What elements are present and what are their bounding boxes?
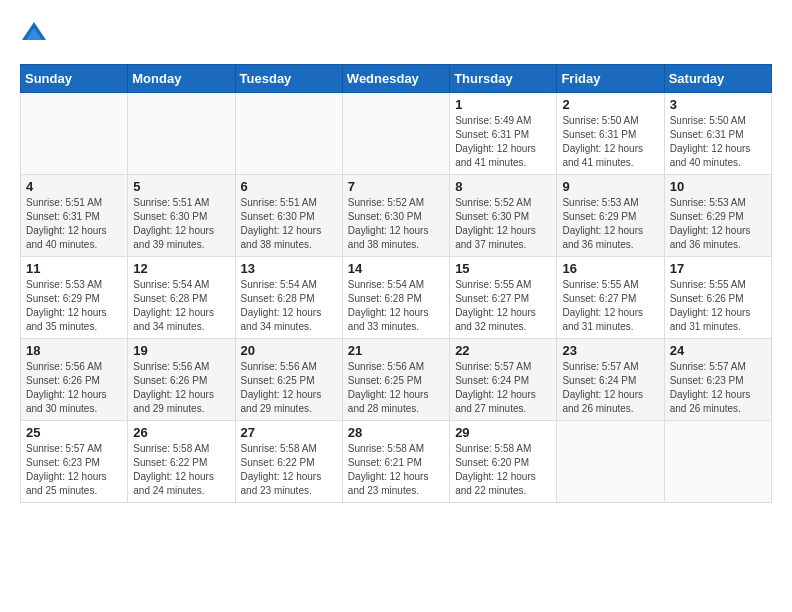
day-info: Sunrise: 5:49 AM Sunset: 6:31 PM Dayligh…: [455, 114, 551, 170]
calendar-week-row: 4Sunrise: 5:51 AM Sunset: 6:31 PM Daylig…: [21, 175, 772, 257]
day-number: 17: [670, 261, 766, 276]
day-info: Sunrise: 5:54 AM Sunset: 6:28 PM Dayligh…: [133, 278, 229, 334]
day-info: Sunrise: 5:58 AM Sunset: 6:22 PM Dayligh…: [133, 442, 229, 498]
day-info: Sunrise: 5:56 AM Sunset: 6:25 PM Dayligh…: [348, 360, 444, 416]
calendar-cell: 29Sunrise: 5:58 AM Sunset: 6:20 PM Dayli…: [450, 421, 557, 503]
day-info: Sunrise: 5:50 AM Sunset: 6:31 PM Dayligh…: [670, 114, 766, 170]
day-number: 3: [670, 97, 766, 112]
day-info: Sunrise: 5:55 AM Sunset: 6:27 PM Dayligh…: [455, 278, 551, 334]
calendar-cell: 2Sunrise: 5:50 AM Sunset: 6:31 PM Daylig…: [557, 93, 664, 175]
page-header: [20, 20, 772, 48]
day-info: Sunrise: 5:58 AM Sunset: 6:22 PM Dayligh…: [241, 442, 337, 498]
calendar-week-row: 11Sunrise: 5:53 AM Sunset: 6:29 PM Dayli…: [21, 257, 772, 339]
calendar-cell: 25Sunrise: 5:57 AM Sunset: 6:23 PM Dayli…: [21, 421, 128, 503]
day-info: Sunrise: 5:58 AM Sunset: 6:20 PM Dayligh…: [455, 442, 551, 498]
day-header-thursday: Thursday: [450, 65, 557, 93]
day-number: 14: [348, 261, 444, 276]
day-info: Sunrise: 5:58 AM Sunset: 6:21 PM Dayligh…: [348, 442, 444, 498]
day-info: Sunrise: 5:53 AM Sunset: 6:29 PM Dayligh…: [26, 278, 122, 334]
day-number: 4: [26, 179, 122, 194]
calendar-cell: 1Sunrise: 5:49 AM Sunset: 6:31 PM Daylig…: [450, 93, 557, 175]
calendar-cell: 12Sunrise: 5:54 AM Sunset: 6:28 PM Dayli…: [128, 257, 235, 339]
calendar-cell: 24Sunrise: 5:57 AM Sunset: 6:23 PM Dayli…: [664, 339, 771, 421]
calendar-cell: 6Sunrise: 5:51 AM Sunset: 6:30 PM Daylig…: [235, 175, 342, 257]
day-number: 25: [26, 425, 122, 440]
calendar-cell: 7Sunrise: 5:52 AM Sunset: 6:30 PM Daylig…: [342, 175, 449, 257]
calendar-cell: 15Sunrise: 5:55 AM Sunset: 6:27 PM Dayli…: [450, 257, 557, 339]
calendar-cell: 8Sunrise: 5:52 AM Sunset: 6:30 PM Daylig…: [450, 175, 557, 257]
day-number: 28: [348, 425, 444, 440]
day-number: 13: [241, 261, 337, 276]
day-info: Sunrise: 5:55 AM Sunset: 6:27 PM Dayligh…: [562, 278, 658, 334]
day-number: 11: [26, 261, 122, 276]
day-header-monday: Monday: [128, 65, 235, 93]
calendar-cell: 11Sunrise: 5:53 AM Sunset: 6:29 PM Dayli…: [21, 257, 128, 339]
day-info: Sunrise: 5:57 AM Sunset: 6:24 PM Dayligh…: [562, 360, 658, 416]
day-info: Sunrise: 5:57 AM Sunset: 6:23 PM Dayligh…: [670, 360, 766, 416]
calendar-cell: 20Sunrise: 5:56 AM Sunset: 6:25 PM Dayli…: [235, 339, 342, 421]
day-header-tuesday: Tuesday: [235, 65, 342, 93]
day-info: Sunrise: 5:51 AM Sunset: 6:31 PM Dayligh…: [26, 196, 122, 252]
day-number: 29: [455, 425, 551, 440]
day-header-wednesday: Wednesday: [342, 65, 449, 93]
calendar-cell: 27Sunrise: 5:58 AM Sunset: 6:22 PM Dayli…: [235, 421, 342, 503]
calendar-cell: 4Sunrise: 5:51 AM Sunset: 6:31 PM Daylig…: [21, 175, 128, 257]
day-info: Sunrise: 5:56 AM Sunset: 6:26 PM Dayligh…: [26, 360, 122, 416]
day-number: 12: [133, 261, 229, 276]
calendar-cell: [664, 421, 771, 503]
day-info: Sunrise: 5:50 AM Sunset: 6:31 PM Dayligh…: [562, 114, 658, 170]
calendar-cell: 19Sunrise: 5:56 AM Sunset: 6:26 PM Dayli…: [128, 339, 235, 421]
day-number: 9: [562, 179, 658, 194]
day-number: 5: [133, 179, 229, 194]
day-info: Sunrise: 5:52 AM Sunset: 6:30 PM Dayligh…: [455, 196, 551, 252]
day-info: Sunrise: 5:56 AM Sunset: 6:26 PM Dayligh…: [133, 360, 229, 416]
day-info: Sunrise: 5:57 AM Sunset: 6:24 PM Dayligh…: [455, 360, 551, 416]
day-number: 7: [348, 179, 444, 194]
calendar-cell: 14Sunrise: 5:54 AM Sunset: 6:28 PM Dayli…: [342, 257, 449, 339]
calendar-cell: 10Sunrise: 5:53 AM Sunset: 6:29 PM Dayli…: [664, 175, 771, 257]
calendar-cell: 5Sunrise: 5:51 AM Sunset: 6:30 PM Daylig…: [128, 175, 235, 257]
day-number: 21: [348, 343, 444, 358]
day-info: Sunrise: 5:54 AM Sunset: 6:28 PM Dayligh…: [241, 278, 337, 334]
day-number: 22: [455, 343, 551, 358]
calendar-cell: [557, 421, 664, 503]
calendar-cell: 17Sunrise: 5:55 AM Sunset: 6:26 PM Dayli…: [664, 257, 771, 339]
day-info: Sunrise: 5:55 AM Sunset: 6:26 PM Dayligh…: [670, 278, 766, 334]
calendar-cell: [235, 93, 342, 175]
day-number: 20: [241, 343, 337, 358]
calendar-week-row: 25Sunrise: 5:57 AM Sunset: 6:23 PM Dayli…: [21, 421, 772, 503]
calendar-cell: 9Sunrise: 5:53 AM Sunset: 6:29 PM Daylig…: [557, 175, 664, 257]
day-number: 19: [133, 343, 229, 358]
logo: [20, 20, 52, 48]
day-info: Sunrise: 5:51 AM Sunset: 6:30 PM Dayligh…: [133, 196, 229, 252]
day-info: Sunrise: 5:53 AM Sunset: 6:29 PM Dayligh…: [670, 196, 766, 252]
calendar-cell: 23Sunrise: 5:57 AM Sunset: 6:24 PM Dayli…: [557, 339, 664, 421]
day-info: Sunrise: 5:51 AM Sunset: 6:30 PM Dayligh…: [241, 196, 337, 252]
day-number: 2: [562, 97, 658, 112]
calendar-cell: 28Sunrise: 5:58 AM Sunset: 6:21 PM Dayli…: [342, 421, 449, 503]
calendar-cell: 22Sunrise: 5:57 AM Sunset: 6:24 PM Dayli…: [450, 339, 557, 421]
day-number: 1: [455, 97, 551, 112]
day-number: 18: [26, 343, 122, 358]
day-header-saturday: Saturday: [664, 65, 771, 93]
day-number: 10: [670, 179, 766, 194]
logo-icon: [20, 20, 48, 48]
calendar-cell: 16Sunrise: 5:55 AM Sunset: 6:27 PM Dayli…: [557, 257, 664, 339]
day-info: Sunrise: 5:53 AM Sunset: 6:29 PM Dayligh…: [562, 196, 658, 252]
day-number: 16: [562, 261, 658, 276]
day-info: Sunrise: 5:54 AM Sunset: 6:28 PM Dayligh…: [348, 278, 444, 334]
calendar-cell: [342, 93, 449, 175]
calendar-header-row: SundayMondayTuesdayWednesdayThursdayFrid…: [21, 65, 772, 93]
calendar-cell: 13Sunrise: 5:54 AM Sunset: 6:28 PM Dayli…: [235, 257, 342, 339]
day-number: 24: [670, 343, 766, 358]
calendar-cell: 18Sunrise: 5:56 AM Sunset: 6:26 PM Dayli…: [21, 339, 128, 421]
calendar-week-row: 18Sunrise: 5:56 AM Sunset: 6:26 PM Dayli…: [21, 339, 772, 421]
day-number: 27: [241, 425, 337, 440]
day-info: Sunrise: 5:56 AM Sunset: 6:25 PM Dayligh…: [241, 360, 337, 416]
calendar-table: SundayMondayTuesdayWednesdayThursdayFrid…: [20, 64, 772, 503]
calendar-cell: 26Sunrise: 5:58 AM Sunset: 6:22 PM Dayli…: [128, 421, 235, 503]
day-number: 15: [455, 261, 551, 276]
calendar-cell: [21, 93, 128, 175]
day-info: Sunrise: 5:52 AM Sunset: 6:30 PM Dayligh…: [348, 196, 444, 252]
day-info: Sunrise: 5:57 AM Sunset: 6:23 PM Dayligh…: [26, 442, 122, 498]
